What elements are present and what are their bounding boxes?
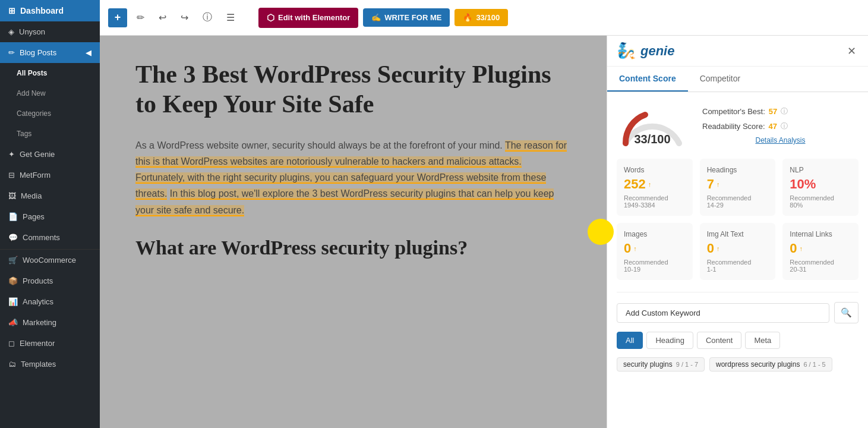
panel-logo: 🧞 genie (617, 42, 674, 60)
metric-img-alt-text: Img Alt Text 0 ↑ Recommended 1-1 (700, 223, 776, 280)
main-area: + ✏ ↩ ↪ ⓘ ☰ ⬡ Edit with Elementor ✍ WRIT… (100, 0, 868, 428)
sidebar-item-label: Marketing (23, 318, 56, 327)
metric-words-value: 252 ↑ (624, 177, 686, 192)
sidebar-item-metform[interactable]: ⊟ MetForm (0, 165, 100, 185)
redo-icon: ↪ (181, 12, 188, 23)
metric-headings-label: Headings (707, 166, 769, 174)
marketing-icon: 📣 (8, 318, 18, 327)
fire-icon: 🔥 (463, 13, 472, 22)
metric-img-alt-value: 0 ↑ (707, 241, 769, 256)
score-badge[interactable]: 🔥 33/100 (454, 9, 508, 26)
collapse-icon: ◀ (86, 48, 91, 57)
sidebar-item-add-new[interactable]: Add New (0, 83, 100, 103)
metric-internal-links-recommended: Recommended 20-31 (790, 259, 851, 273)
filter-tab-heading[interactable]: Heading (646, 332, 693, 349)
metric-internal-links-label: Internal Links (790, 230, 851, 238)
post-body-1: As a WordPress website owner, security s… (135, 137, 571, 218)
filter-tab-all[interactable]: All (617, 332, 643, 349)
panel-body: 33/100 Competitor's Best: 57 ⓘ Readabili… (607, 92, 868, 428)
sidebar-item-label: Add New (17, 89, 46, 97)
sidebar-item-label: MetForm (20, 171, 50, 180)
keyword-tag-count: 6 / 1 - 5 (803, 361, 825, 368)
metric-internal-links: Internal Links 0 ↑ Recommended 20-31 (782, 223, 858, 280)
undo-button[interactable]: ↩ (154, 8, 171, 27)
score-section: 33/100 Competitor's Best: 57 ⓘ Readabili… (617, 102, 858, 149)
sidebar-item-analytics[interactable]: 📊 Analytics (0, 291, 100, 312)
sidebar-item-comments[interactable]: 💬 Comments (0, 227, 100, 248)
dashboard-icon: ⊞ (8, 6, 15, 15)
metric-images: Images 0 ↑ Recommended 10-19 (617, 223, 693, 280)
media-icon: 🖼 (8, 191, 16, 200)
gauge-score-text: 33/100 (634, 133, 670, 146)
metric-headings-value: 7 ↑ (707, 177, 769, 192)
filter-tabs: All Heading Content Meta (617, 332, 858, 349)
readability-info-icon[interactable]: ⓘ (781, 121, 788, 131)
filter-tab-meta[interactable]: Meta (745, 332, 780, 349)
readability-score-value: 47 (769, 122, 777, 131)
sidebar-item-elementor[interactable]: ◻ Elementor (0, 333, 100, 354)
metric-images-arrow: ↑ (633, 245, 637, 252)
keyword-tag-text: wordpress security plugins (716, 360, 800, 369)
edit-pencil-button[interactable]: ✏ (132, 8, 149, 27)
sidebar-item-media[interactable]: 🖼 Media (0, 185, 100, 206)
keyword-tag-text: security plugins (623, 360, 673, 369)
genie-logo-text: genie (640, 43, 674, 59)
metric-nlp-value: 10% (790, 177, 851, 192)
sidebar-item-woocommerce[interactable]: 🛒 WooCommerce (0, 250, 100, 270)
sidebar-item-get-genie[interactable]: ✦ Get Genie (0, 144, 100, 165)
score-details: Competitor's Best: 57 ⓘ Readability Scor… (702, 106, 858, 144)
menu-button[interactable]: ☰ (222, 8, 239, 27)
redo-button[interactable]: ↪ (176, 8, 193, 27)
sidebar-header[interactable]: ⊞ Dashboard (0, 0, 100, 21)
metric-images-recommended: Recommended 10-19 (624, 259, 686, 273)
filter-tab-content[interactable]: Content (697, 332, 742, 349)
add-custom-keyword-button[interactable]: Add Custom Keyword (617, 303, 829, 323)
metric-headings-arrow: ↑ (717, 181, 720, 188)
close-panel-button[interactable]: ✕ (845, 42, 858, 60)
sidebar-item-label: Tags (17, 130, 31, 138)
sidebar-item-label: Templates (21, 360, 56, 369)
readability-score-label: Readability Score: (702, 122, 765, 131)
competitor-best-info-icon[interactable]: ⓘ (781, 106, 788, 117)
sidebar-item-label: Get Genie (20, 150, 55, 159)
genie-logo-icon: 🧞 (617, 42, 636, 60)
sidebar-item-tags[interactable]: Tags (0, 124, 100, 144)
editor-content[interactable]: The 3 Best WordPress Security Plugins to… (100, 36, 607, 428)
write-for-me-button[interactable]: ✍ WRITE FOR ME (363, 8, 450, 27)
tab-competitor[interactable]: Competitor (688, 67, 752, 92)
sidebar-item-templates[interactable]: 🗂 Templates (0, 354, 100, 374)
edit-elementor-button[interactable]: ⬡ Edit with Elementor (258, 8, 358, 28)
blog-posts-icon: ✏ (8, 48, 15, 57)
sidebar-item-label: WooCommerce (23, 256, 76, 265)
competitor-best-value: 57 (769, 107, 777, 116)
metric-words: Words 252 ↑ Recommended 1949-3384 (617, 159, 693, 216)
score-badge-label: 33/100 (476, 13, 500, 22)
metric-headings-recommended: Recommended 14-29 (707, 194, 769, 209)
keyword-search-button[interactable]: 🔍 (834, 302, 858, 323)
sidebar-item-label: All Posts (17, 69, 47, 77)
competitor-best-label: Competitor's Best: (702, 107, 765, 116)
sidebar-item-label: Pages (23, 212, 45, 221)
keyword-tags: security plugins 9 / 1 - 7 wordpress sec… (617, 357, 858, 372)
sidebar-item-all-posts[interactable]: All Posts (0, 63, 100, 83)
sidebar-item-blog-posts[interactable]: ✏ Blog Posts ◀ (0, 42, 100, 63)
tab-content-score[interactable]: Content Score (607, 67, 688, 92)
yellow-circle-decoration (588, 219, 614, 245)
write-for-me-label: WRITE FOR ME (384, 13, 441, 22)
metric-img-alt-arrow: ↑ (717, 245, 720, 252)
templates-icon: 🗂 (8, 360, 16, 369)
add-button[interactable]: + (108, 8, 127, 27)
panel-tabs: Content Score Competitor (607, 67, 868, 92)
keyword-tag-wordpress-security: wordpress security plugins 6 / 1 - 5 (709, 357, 832, 372)
sidebar-item-marketing[interactable]: 📣 Marketing (0, 312, 100, 333)
sidebar-item-products[interactable]: 📦 Products (0, 270, 100, 291)
metric-words-label: Words (624, 166, 686, 174)
metric-img-alt-label: Img Alt Text (707, 230, 769, 238)
details-analysis-link[interactable]: Details Analysis (702, 136, 858, 144)
sidebar-item-categories[interactable]: Categories (0, 103, 100, 124)
info-button[interactable]: ⓘ (198, 8, 217, 27)
sidebar-item-pages[interactable]: 📄 Pages (0, 206, 100, 227)
sidebar-item-unyson[interactable]: ◈ Unyson (0, 21, 100, 42)
metric-nlp-recommended: Recommended 80% (790, 194, 851, 209)
add-keyword-section: Add Custom Keyword 🔍 (617, 302, 858, 323)
